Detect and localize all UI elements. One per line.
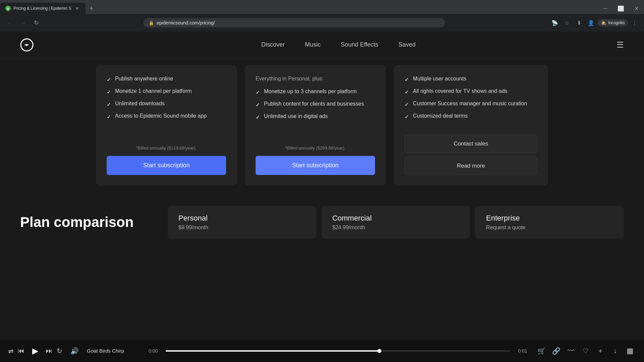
check-icon-8: ✓ — [405, 76, 409, 83]
address-bar[interactable]: 🔒 epidemicsound.com/pricing/ — [143, 18, 445, 27]
enterprise-plan-card: ✓ Multiple user accounts ✓ All rights co… — [394, 65, 548, 186]
check-icon-9: ✓ — [405, 89, 409, 95]
check-icon-6: ✓ — [256, 102, 260, 108]
download-icon[interactable]: ⬇ — [574, 17, 584, 28]
previous-icon[interactable]: ⏮ — [18, 347, 24, 355]
cast-icon[interactable]: 📡 — [549, 17, 560, 28]
player-bar: ⇌ ⏮ ▶ ⏭ ↻ 🔊 Goat Birds Chirp 0:00 0:01 🛒… — [0, 339, 644, 362]
incognito-badge: 🕵 Incognito — [598, 19, 628, 26]
address-lock-icon: 🔒 — [149, 20, 154, 25]
check-icon-5: ✓ — [256, 89, 260, 96]
time-current: 0:00 — [149, 348, 158, 354]
browser-chrome: e Pricing & Licensing | Epidemic S ✕ + ─… — [0, 0, 644, 32]
check-icon-2: ✓ — [107, 89, 111, 95]
incognito-label: Incognito — [608, 20, 625, 25]
comparison-section: Plan comparison Personal $9.99/month Com… — [0, 186, 644, 245]
commercial-feature-2: ✓ Publish content for clients and busine… — [256, 101, 375, 108]
app-container: Discover Music Sound Effects Saved ☰ ✓ P… — [0, 32, 644, 245]
tab-bar: e Pricing & Licensing | Epidemic S ✕ + ─… — [0, 0, 644, 14]
enterprise-feature-2: ✓ All rights covered for TV shows and ad… — [405, 88, 537, 95]
close-window-icon[interactable]: ✕ — [629, 1, 644, 15]
tab-title: Pricing & Licensing | Epidemic S — [13, 6, 71, 11]
new-tab-button[interactable]: + — [87, 4, 96, 13]
profile-icon[interactable]: 👤 — [586, 17, 596, 28]
hamburger-menu[interactable]: ☰ — [616, 40, 624, 50]
logo[interactable] — [20, 38, 34, 52]
browser-toolbar: ← → ↻ 🔒 epidemicsound.com/pricing/ 📡 ☆ ⬇… — [0, 14, 644, 32]
progress-bar[interactable] — [166, 350, 510, 352]
commercial-feature-1: ✓ Monetize up to 3 channels per platform — [256, 88, 375, 96]
read-more-button[interactable]: Read more — [405, 157, 537, 175]
nav-music[interactable]: Music — [305, 41, 321, 48]
personal-feature-3: ✓ Unlimited downloads — [107, 101, 226, 108]
comparison-enterprise-price: Request a quote — [486, 225, 613, 231]
play-button[interactable]: ▶ — [29, 344, 42, 358]
personal-feature-1: ✓ Publish anywhere online — [107, 76, 226, 83]
player-controls: ⇌ ⏮ ▶ ⏭ ↻ — [8, 344, 62, 358]
commercial-plan-card: Everything in Personal, plus: ✓ Monetize… — [245, 65, 386, 186]
comparison-enterprise-card: Enterprise Request a quote — [475, 206, 624, 239]
comparison-personal-card: Personal $9.99/month — [168, 206, 316, 239]
nav-saved[interactable]: Saved — [398, 41, 416, 48]
nav-sound-effects[interactable]: Sound Effects — [341, 41, 378, 48]
comparison-commercial-price: $24.99/month — [332, 225, 460, 231]
personal-feature-4: ✓ Access to Epidemic Sound mobile app — [107, 113, 226, 120]
address-text: epidemicsound.com/pricing/ — [157, 20, 215, 25]
comparison-enterprise-name: Enterprise — [486, 214, 613, 223]
tab-close-icon[interactable]: ✕ — [74, 5, 80, 11]
progress-handle[interactable] — [377, 349, 381, 353]
comparison-title: Plan comparison — [20, 214, 154, 230]
enterprise-feature-4: ✓ Customized deal terms — [405, 113, 537, 120]
shuffle-icon[interactable]: ⇌ — [8, 347, 14, 355]
active-tab[interactable]: e Pricing & Licensing | Epidemic S ✕ — [0, 3, 86, 14]
player-actions: 🛒 🔗 〰 ♡ ＋ ↓ ▦ — [535, 345, 636, 357]
heart-icon[interactable]: ♡ — [580, 345, 592, 357]
volume-icon[interactable]: 🔊 — [70, 347, 79, 355]
check-icon-11: ✓ — [405, 114, 409, 120]
waveform-icon[interactable]: 〰 — [565, 345, 577, 357]
commercial-start-subscription-button[interactable]: Start subscription — [256, 156, 375, 175]
tab-favicon: e — [5, 6, 11, 11]
minimize-icon[interactable]: ─ — [598, 1, 613, 15]
personal-feature-2: ✓ Monetize 1 channel per platform — [107, 88, 226, 95]
comparison-commercial-card: Commercial $24.99/month — [322, 206, 470, 239]
check-icon-10: ✓ — [405, 101, 409, 108]
maximize-icon[interactable]: ⬜ — [613, 1, 629, 15]
enterprise-feature-1: ✓ Multiple user accounts — [405, 76, 537, 83]
comparison-personal-name: Personal — [178, 214, 306, 223]
back-button[interactable]: ← — [4, 17, 15, 28]
check-icon-3: ✓ — [107, 101, 111, 108]
progress-fill — [166, 350, 379, 352]
more-options-icon[interactable]: ▦ — [624, 345, 636, 357]
navigation: Discover Music Sound Effects Saved ☰ — [0, 32, 644, 58]
download-track-icon[interactable]: ↓ — [609, 345, 621, 357]
incognito-icon: 🕵 — [601, 20, 606, 25]
toolbar-actions: 📡 ☆ ⬇ 👤 🕵 Incognito ⋮ — [549, 17, 640, 28]
comparison-commercial-name: Commercial — [332, 214, 460, 223]
comparison-personal-price: $9.99/month — [178, 225, 306, 231]
time-end: 0:01 — [518, 348, 527, 354]
nav-links: Discover Music Sound Effects Saved — [60, 41, 616, 48]
repeat-icon[interactable]: ↻ — [57, 347, 62, 355]
window-controls: ─ ⬜ ✕ — [598, 1, 644, 15]
personal-plan-card: ✓ Publish anywhere online ✓ Monetize 1 c… — [96, 65, 237, 186]
cart-icon[interactable]: 🛒 — [535, 345, 547, 357]
link-icon[interactable]: 🔗 — [550, 345, 562, 357]
commercial-intro: Everything in Personal, plus: — [256, 76, 375, 82]
commercial-billing-note: *Billed annually ($299.88/year). — [256, 137, 375, 156]
forward-button[interactable]: → — [17, 17, 28, 28]
nav-discover[interactable]: Discover — [261, 41, 285, 48]
add-icon[interactable]: ＋ — [594, 345, 606, 357]
pricing-section: ✓ Publish anywhere online ✓ Monetize 1 c… — [0, 58, 644, 186]
bookmark-icon[interactable]: ☆ — [561, 17, 572, 28]
contact-sales-button[interactable]: Contact sales — [405, 135, 537, 153]
personal-start-subscription-button[interactable]: Start subscription — [107, 156, 226, 175]
next-icon[interactable]: ⏭ — [46, 347, 53, 355]
track-name: Goat Birds Chirp — [87, 348, 141, 354]
check-icon-4: ✓ — [107, 114, 111, 120]
reload-button[interactable]: ↻ — [31, 17, 42, 28]
comparison-plans: Personal $9.99/month Commercial $24.99/m… — [168, 206, 624, 239]
enterprise-feature-3: ✓ Customer Success manager and music cur… — [405, 101, 537, 108]
check-icon-1: ✓ — [107, 76, 111, 83]
menu-icon[interactable]: ⋮ — [629, 17, 640, 28]
